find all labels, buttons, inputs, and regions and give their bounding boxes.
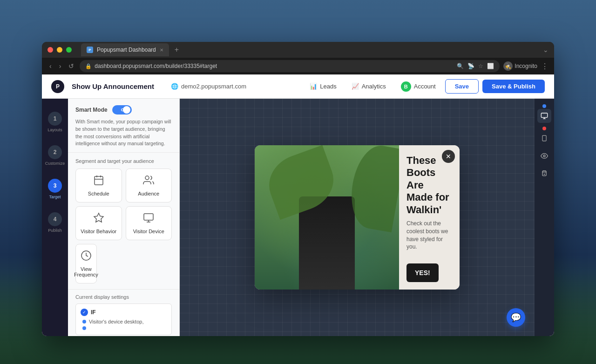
step-layouts[interactable]: 1 Layouts: [46, 108, 64, 136]
smart-mode-row: Smart Mode OFF: [75, 105, 172, 115]
tab-close-button[interactable]: ✕: [160, 47, 163, 53]
analytics-icon: 📈: [352, 83, 359, 90]
close-window-button[interactable]: [47, 47, 53, 53]
smart-mode-toggle[interactable]: OFF: [112, 105, 132, 115]
segment-card-grid: Schedule Audience: [75, 169, 172, 283]
smart-mode-bar: Smart Mode OFF With Smart mode, your pop…: [68, 99, 179, 153]
rule-detail-text: Visitor's device desktop,: [89, 319, 143, 324]
desktop-view-button[interactable]: [537, 109, 551, 123]
app-title: Show Up Announcement: [72, 82, 154, 90]
nav-forward-button[interactable]: ›: [57, 61, 63, 72]
step-customize[interactable]: 2 Customize: [43, 142, 67, 169]
audience-label: Audience: [138, 191, 159, 196]
new-tab-button[interactable]: +: [175, 46, 179, 54]
nav-leads[interactable]: 📊 Leads: [304, 80, 342, 93]
canvas-area: ✕ These Boots Are Made for Walkin' Check…: [180, 99, 535, 336]
leads-icon: 📊: [310, 83, 317, 90]
analytics-label: Analytics: [362, 83, 386, 90]
app-header: P Show Up Announcement 🌐 demo2.popupsmar…: [42, 74, 554, 99]
step-2-circle: 2: [48, 145, 62, 159]
step-publish[interactable]: 4 Publish: [46, 209, 64, 236]
svg-point-4: [145, 176, 149, 180]
app-site: 🌐 demo2.popupsmart.com: [171, 83, 246, 90]
step-2-label: Customize: [45, 161, 65, 166]
schedule-icon: [93, 175, 104, 188]
audience-icon: [143, 175, 154, 188]
popup-text-area: These Boots Are Made for Walkin' Check o…: [406, 155, 452, 251]
schedule-label: Schedule: [88, 191, 109, 196]
tab-title: Popupsmart Dashboard: [97, 47, 156, 53]
popup-cta-button[interactable]: YES!: [406, 263, 439, 282]
step-4-circle: 4: [48, 212, 62, 226]
visitor-device-card[interactable]: Visitor Device: [126, 206, 172, 240]
leaf-decoration: [261, 145, 342, 220]
address-bar-icons: 🔍 📡 ☆ ⬜: [457, 63, 494, 69]
view-frequency-card[interactable]: View Frequency: [75, 244, 97, 283]
nav-refresh-button[interactable]: ↺: [67, 61, 76, 72]
nav-back-button[interactable]: ‹: [47, 61, 54, 72]
popup-content: These Boots Are Made for Walkin' Check o…: [399, 145, 460, 290]
address-text: dashboard.popupsmart.com/builder/33335#t…: [95, 63, 217, 69]
step-1-circle: 1: [48, 112, 62, 126]
right-toolbar: [535, 99, 554, 336]
minimize-window-button[interactable]: [57, 47, 62, 53]
step-target[interactable]: 3 Target: [46, 175, 64, 203]
current-display-section: Current display settings ✓ IF Visitor's …: [68, 289, 179, 336]
browser-menu-button[interactable]: ⋮: [541, 62, 549, 71]
browser-window: P Popupsmart Dashboard ✕ + ⌄ ‹ › ↺ 🔒 das…: [42, 42, 554, 336]
maximize-window-button[interactable]: [66, 47, 72, 53]
tab-favicon: P: [87, 47, 93, 53]
account-letter: B: [404, 84, 408, 89]
save-publish-button[interactable]: Save & Publish: [482, 80, 545, 93]
toggle-knob: [123, 106, 130, 114]
visitor-behavior-label: Visitor Behavior: [81, 229, 116, 234]
schedule-card[interactable]: Schedule: [75, 169, 122, 202]
browser-extra-icons: 🕵 Incognito ⋮: [503, 61, 549, 71]
svg-marker-5: [94, 213, 103, 222]
svg-point-15: [543, 155, 545, 157]
visitor-device-icon: [143, 212, 154, 226]
cast-icon: 📡: [467, 63, 474, 69]
mobile-view-button[interactable]: [537, 131, 551, 145]
audience-card[interactable]: Audience: [126, 169, 172, 202]
save-button[interactable]: Save: [445, 79, 479, 94]
visitor-behavior-card[interactable]: Visitor Behavior: [75, 206, 122, 240]
account-avatar: B: [401, 81, 411, 92]
app-content: P Show Up Announcement 🌐 demo2.popupsmar…: [42, 74, 554, 336]
nav-analytics[interactable]: 📈 Analytics: [346, 80, 392, 93]
svg-rect-6: [144, 214, 153, 220]
preview-button[interactable]: [537, 149, 551, 163]
account-label: Account: [414, 83, 436, 90]
tablet-icon: ⬜: [487, 63, 494, 69]
display-rule-card: ✓ IF Visitor's device desktop,: [75, 303, 172, 335]
step-3-label: Target: [49, 195, 61, 199]
step-3-circle: 3: [48, 179, 62, 193]
rule-detail-row-2: [81, 326, 167, 330]
nav-account[interactable]: B Account: [395, 79, 441, 94]
dot-blue: [542, 104, 546, 108]
bug-report-button[interactable]: [537, 167, 551, 181]
svg-rect-10: [541, 113, 547, 117]
tab-expand-icon: ⌄: [543, 46, 549, 54]
globe-icon: 🌐: [171, 83, 178, 90]
lock-icon: 🔒: [85, 63, 92, 69]
visitor-device-label: Visitor Device: [133, 229, 164, 234]
svg-rect-0: [95, 176, 103, 185]
star-icon: ☆: [478, 63, 483, 69]
address-bar[interactable]: 🔒 dashboard.popupsmart.com/builder/33335…: [80, 60, 500, 72]
rule-dot-icon: [82, 320, 86, 324]
steps-sidebar: 1 Layouts 2 Customize 3 Target 4 Publish: [42, 99, 68, 336]
header-nav: 📊 Leads 📈 Analytics B Account Save Save …: [304, 79, 545, 94]
device-desktop-group: [537, 104, 551, 123]
leads-label: Leads: [320, 83, 336, 90]
popup-close-button[interactable]: ✕: [442, 150, 455, 163]
search-browser-icon: 🔍: [457, 63, 464, 69]
rule-check-icon: ✓: [81, 309, 88, 316]
smart-mode-description: With Smart mode, your popup campaign wil…: [75, 118, 172, 148]
step-1-label: Layouts: [47, 128, 62, 132]
browser-tab[interactable]: P Popupsmart Dashboard ✕: [81, 43, 169, 56]
leaf-decoration-2: [345, 145, 399, 232]
chat-button[interactable]: 💬: [507, 308, 525, 327]
rule-detail-row: Visitor's device desktop,: [81, 319, 167, 324]
rule-if-row: ✓ IF: [81, 309, 167, 316]
